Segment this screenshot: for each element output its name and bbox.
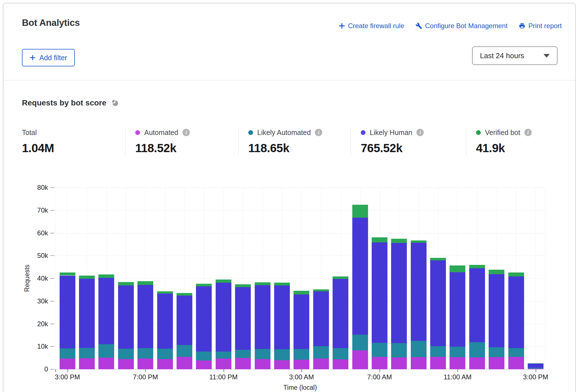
bar-segment-likely-automated: [216, 352, 231, 359]
bar-segment-verified-bot: [98, 274, 114, 278]
bar-segment-likely-automated: [98, 344, 114, 358]
bar-segment-likely-human: [216, 283, 231, 352]
gridline-horizontal: [55, 256, 545, 256]
bar-segment-likely-human: [235, 287, 251, 350]
y-axis-tick: [50, 255, 54, 256]
bar-segment-likely-human: [294, 294, 309, 349]
y-axis-tick-label: 30k: [23, 297, 48, 305]
bar-segment-automated: [430, 357, 446, 369]
x-axis-tick: [224, 369, 224, 372]
bar-segment-likely-human: [528, 364, 543, 368]
bar-segment-verified-bot: [352, 205, 368, 218]
x-axis-tick: [145, 369, 146, 372]
bar-segment-likely-human: [372, 242, 387, 343]
bar-segment-likely-human: [450, 272, 465, 347]
bar-segment-automated: [98, 358, 114, 369]
bar-segment-likely-automated: [372, 343, 387, 357]
x-axis-title: Time (local): [283, 384, 317, 391]
bar-segment-likely-automated: [489, 347, 504, 357]
bar-segment-automated: [157, 359, 173, 369]
bar-segment-likely-human: [274, 285, 290, 349]
bar-segment-verified-bot: [118, 282, 134, 285]
gridline-horizontal: [55, 188, 545, 188]
bar-segment-likely-automated: [411, 341, 427, 357]
bar-segment-likely-automated: [255, 349, 270, 359]
bar-segment-likely-human: [352, 218, 368, 335]
bar-segment-verified-bot: [177, 293, 192, 295]
bar-segment-likely-automated: [528, 368, 543, 368]
bar-segment-likely-automated: [60, 348, 75, 359]
x-axis-tick-label: 3:00 AM: [289, 373, 314, 381]
x-axis-tick: [457, 369, 458, 372]
gridline-horizontal: [55, 369, 545, 370]
gridline-horizontal: [55, 210, 545, 211]
bot-analytics-card: Bot Analytics Create firewall rule Confi…: [3, 3, 576, 392]
bar-segment-verified-bot: [196, 284, 212, 287]
x-axis-tick-label: 7:00 AM: [367, 373, 392, 381]
bar-segment-likely-automated: [79, 348, 95, 358]
y-axis-tick: [50, 187, 54, 188]
y-axis-tick: [50, 278, 54, 279]
bar-segment-likely-human: [313, 291, 329, 346]
bar-segment-likely-automated: [294, 349, 309, 360]
bar-segment-likely-human: [508, 276, 524, 348]
bar-segment-likely-human: [489, 274, 504, 347]
y-axis-tick-label: 20k: [23, 320, 48, 328]
y-axis-tick: [50, 301, 54, 301]
bar-segment-verified-bot: [137, 281, 153, 285]
bar-segment-likely-human: [255, 285, 270, 349]
bar-segment-likely-automated: [450, 347, 465, 357]
bar-segment-automated: [450, 357, 465, 369]
x-axis-tick-label: 11:00 AM: [444, 373, 472, 381]
bar-segment-likely-automated: [508, 348, 524, 357]
bar-segment-likely-human: [333, 279, 348, 348]
bar-segment-verified-bot: [255, 282, 270, 285]
bar-segment-likely-human: [177, 296, 192, 345]
bar-segment-likely-human: [79, 279, 95, 348]
bar-segment-automated: [372, 357, 387, 369]
bar-segment-likely-automated: [333, 348, 348, 359]
bar-segment-likely-automated: [196, 352, 212, 361]
bar-segment-automated: [411, 357, 427, 369]
bar-segment-likely-automated: [313, 346, 329, 359]
y-axis-title: Requests: [23, 262, 31, 295]
bar-segment-verified-bot: [79, 276, 95, 278]
gridline-vertical: [536, 188, 536, 369]
bar-segment-verified-bot: [430, 258, 446, 260]
bar-segment-likely-human: [60, 276, 75, 348]
bar-segment-automated: [333, 359, 348, 369]
x-axis-tick: [67, 369, 68, 372]
bar-segment-likely-human: [411, 243, 427, 341]
x-axis-tick-label: 3:00 PM: [55, 373, 80, 381]
bar-segment-likely-automated: [137, 348, 153, 359]
x-axis-tick-label: 3:00 PM: [523, 373, 548, 381]
y-axis-tick-label: 10k: [23, 343, 48, 350]
bar-segment-verified-bot: [294, 291, 309, 294]
bar-segment-verified-bot: [489, 270, 504, 274]
bar-segment-verified-bot: [528, 363, 543, 364]
bar-segment-automated: [177, 357, 192, 369]
bar-segment-verified-bot: [157, 291, 173, 294]
bar-segment-verified-bot: [391, 239, 407, 243]
bar-segment-automated: [137, 359, 153, 369]
bar-segment-automated: [255, 359, 270, 369]
page: { "header": { "title": "Bot Analytics", …: [0, 0, 582, 392]
bar-segment-verified-bot: [216, 280, 231, 283]
bar-segment-likely-automated: [352, 335, 368, 350]
bar-segment-automated: [294, 360, 309, 369]
x-axis-tick: [536, 369, 536, 372]
y-axis-tick: [50, 369, 54, 370]
bar-segment-likely-automated: [391, 343, 407, 357]
gridline-vertical: [545, 188, 545, 369]
y-axis-tick-label: 0: [23, 365, 48, 373]
y-axis-tick-label: 80k: [23, 184, 48, 192]
bar-segment-likely-human: [430, 260, 446, 346]
bar-segment-likely-human: [118, 285, 134, 349]
bar-segment-automated: [79, 358, 95, 369]
bar-segment-likely-human: [98, 278, 114, 344]
bar-segment-automated: [352, 350, 368, 369]
bar-segment-likely-automated: [469, 342, 485, 357]
bar-segment-verified-bot: [450, 265, 465, 272]
y-axis-line: [55, 188, 55, 369]
y-axis-tick-label: 70k: [23, 206, 48, 214]
